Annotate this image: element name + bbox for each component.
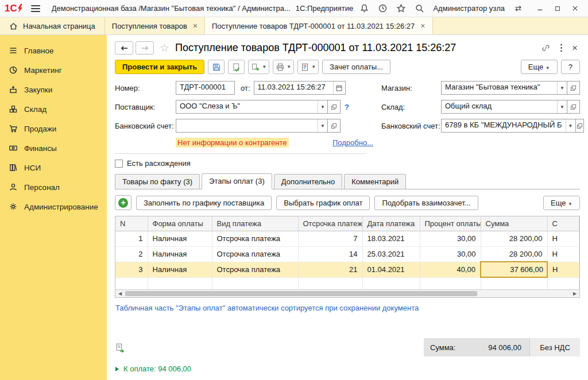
shop-input[interactable]: Магазин "Бытовая техника" ▼	[441, 81, 567, 95]
dropdown-caret-icon[interactable]: ▼	[318, 119, 327, 132]
post-and-close-button[interactable]: Провести и закрыть	[115, 60, 204, 74]
favorites-star-icon[interactable]	[396, 3, 406, 13]
dropdown-caret-icon[interactable]: ▼	[318, 100, 327, 113]
cell-sum-current[interactable]: 37 606,00	[481, 262, 547, 277]
open-supplier-icon[interactable]	[328, 100, 341, 114]
main-menu-icon[interactable]	[30, 5, 41, 12]
add-row-button[interactable]: +	[115, 195, 131, 210]
offset-payment-button[interactable]: Зачет оплаты...	[322, 60, 390, 74]
sidebar-item-sales[interactable]: Продажи	[0, 119, 107, 138]
discrepancy-checkbox[interactable]	[115, 160, 123, 168]
sidebar-item-marketing[interactable]: Маркетинг	[0, 60, 107, 80]
warehouse-input[interactable]: Общий склад ▼	[441, 100, 567, 114]
cell-cut[interactable]: Н	[547, 231, 579, 246]
table-more-button[interactable]: Еще ▼	[543, 196, 580, 210]
dropdown-caret-icon[interactable]: ▼	[557, 82, 567, 94]
col-header-cut[interactable]: С	[547, 216, 579, 231]
col-header-sum[interactable]: Сумма	[481, 216, 547, 231]
cell-date[interactable]: 01.04.2021	[362, 262, 420, 277]
cell-percent[interactable]: 30,00	[420, 231, 481, 246]
open-shop-icon[interactable]	[567, 81, 580, 95]
table-row-selected[interactable]: 3 Наличная Отсрочка платежа 21 01.04.202…	[115, 262, 579, 277]
close-document-icon[interactable]: ×	[572, 43, 578, 53]
cell-percent[interactable]: 40,00	[420, 262, 481, 277]
cell-n[interactable]: 2	[115, 246, 148, 262]
col-header-payment-kind[interactable]: Вид платежа	[212, 216, 298, 231]
search-icon[interactable]	[415, 3, 424, 13]
tab-additional[interactable]: Дополнительно	[274, 174, 343, 189]
window-tab-list[interactable]: Поступления товаров ×	[105, 17, 204, 34]
cell-payment-form[interactable]: Наличная	[148, 262, 212, 277]
payment-summary-expander[interactable]: К оплате: 94 006,00	[107, 359, 588, 380]
back-button[interactable]	[115, 41, 133, 55]
open-warehouse-icon[interactable]	[567, 100, 580, 114]
open-bank-account-icon[interactable]	[328, 119, 341, 133]
supplier-input[interactable]: ООО "Слеза и Ъ" ▼	[176, 100, 328, 114]
data-sync-icon[interactable]	[513, 4, 523, 13]
history-icon[interactable]	[378, 3, 388, 13]
sidebar-item-warehouse[interactable]: Склад	[0, 99, 107, 119]
number-input[interactable]: ТДРТ-000001	[176, 81, 235, 95]
sidebar-item-nsi[interactable]: НСИ	[0, 158, 107, 177]
bank-account-input[interactable]: ▼	[176, 119, 328, 133]
maximize-button[interactable]	[554, 5, 561, 12]
sidebar-item-purchases[interactable]: Закупки	[0, 80, 107, 99]
supplier-help-link[interactable]: ?	[345, 103, 349, 111]
col-header-percent[interactable]: Процент оплаты	[420, 216, 481, 231]
details-link[interactable]: Подробно...	[332, 138, 373, 147]
add-favorite-star-icon[interactable]: ☆	[160, 42, 169, 53]
tab-goods[interactable]: Товары по факту (3)	[115, 174, 200, 189]
dropdown-caret-icon[interactable]: ▼	[557, 100, 567, 113]
close-window-button[interactable]	[571, 5, 579, 12]
cell-date[interactable]: 25.03.2021	[362, 246, 420, 262]
horizontal-scrollbar[interactable]: ◀ ▶	[115, 289, 579, 297]
scroll-right-arrow[interactable]: ▶	[570, 290, 579, 298]
minimize-button[interactable]	[536, 5, 544, 12]
cell-cut[interactable]: Н	[547, 246, 579, 262]
home-page-tab[interactable]: Начальная страница	[0, 17, 105, 34]
col-header-date[interactable]: Дата платежа	[362, 216, 420, 231]
print-button[interactable]: ▼	[273, 60, 294, 74]
reports-button[interactable]: ▼	[297, 60, 319, 74]
cell-n[interactable]: 1	[115, 231, 148, 246]
bank-account2-input[interactable]: 6789 в КБ "МЕЖДУНАРОДНЫЙ Б ▼	[441, 119, 576, 133]
dropdown-caret-icon[interactable]: ▼	[566, 119, 575, 132]
cell-sum[interactable]: 28 200,00	[481, 231, 547, 246]
cell-date[interactable]: 18.03.2021	[362, 231, 420, 246]
sidebar-item-finance[interactable]: Финансы	[0, 138, 107, 158]
col-header-payment-form[interactable]: Форма оплаты	[148, 216, 212, 231]
notifications-bell-icon[interactable]	[359, 3, 369, 13]
scrollbar-thumb[interactable]	[125, 291, 477, 296]
cell-payment-form[interactable]: Наличная	[148, 231, 212, 246]
cell-sum[interactable]: 28 200,00	[481, 246, 547, 262]
sidebar-item-main[interactable]: Главное	[0, 41, 107, 60]
cell-payment-kind[interactable]: Отсрочка платежа	[212, 246, 298, 262]
sidebar-item-administration[interactable]: Администрирование	[0, 197, 107, 216]
sidebar-item-personnel[interactable]: Персонал	[0, 177, 107, 197]
tab-comment[interactable]: Комментарий	[344, 174, 406, 189]
related-documents-icon[interactable]	[115, 343, 125, 352]
table-row[interactable]: 2 Наличная Отсрочка платежа 14 25.03.202…	[115, 246, 579, 262]
more-menu-dots-icon[interactable]	[560, 43, 563, 53]
get-link-icon[interactable]	[541, 43, 551, 53]
date-input[interactable]: 11.03.2021 15:26:27	[254, 81, 346, 95]
open-bank-account2-icon[interactable]	[576, 119, 584, 133]
current-user[interactable]: Администратор узла	[433, 4, 505, 13]
post-document-button[interactable]	[228, 60, 245, 74]
close-tab-icon[interactable]: ×	[193, 22, 198, 30]
calendar-icon[interactable]	[333, 82, 345, 94]
cell-payment-kind[interactable]: Отсрочка платежа	[212, 262, 298, 277]
save-button[interactable]	[208, 60, 225, 74]
col-header-n[interactable]: N	[115, 216, 148, 231]
cell-cut[interactable]: Н	[547, 262, 579, 277]
vat-mode[interactable]: Без НДС	[529, 338, 580, 356]
cell-delay[interactable]: 14	[298, 246, 362, 262]
create-based-on-button[interactable]: ▼	[248, 60, 269, 74]
cell-payment-form[interactable]: Наличная	[148, 246, 212, 262]
forward-button[interactable]	[136, 41, 154, 55]
close-tab-icon[interactable]: ×	[420, 22, 425, 30]
select-offset-button[interactable]: Подобрать взаимозачет...	[374, 196, 478, 210]
window-tab-document[interactable]: Поступление товаров ТДРТ-000001 от 11.03…	[204, 17, 433, 34]
tab-payment-stages[interactable]: Этапы оплат (3)	[202, 173, 272, 189]
table-row[interactable]: 1 Наличная Отсрочка платежа 7 18.03.2021…	[115, 231, 579, 246]
